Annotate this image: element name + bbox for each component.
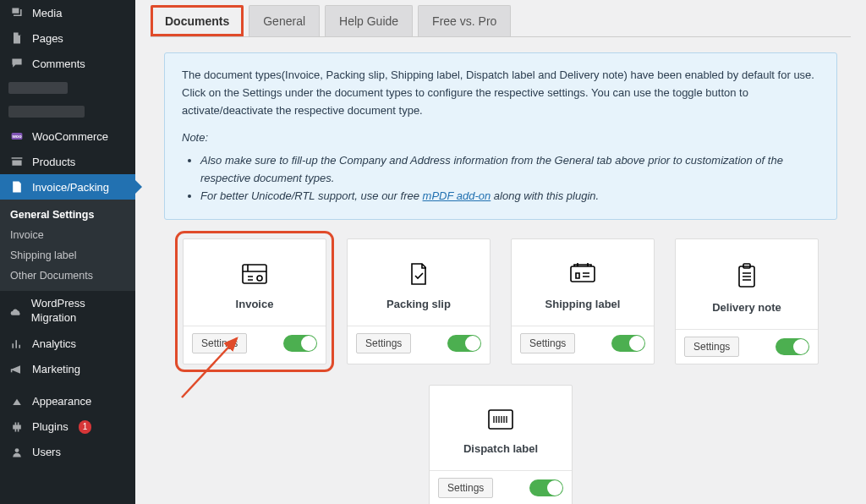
card-title: Delivery note <box>682 301 811 314</box>
sidebar-submenu: General Settings Invoice Shipping label … <box>0 200 135 291</box>
main-content: Documents General Help Guide Free vs. Pr… <box>135 0 866 504</box>
svg-text:woo: woo <box>11 134 22 139</box>
document-cards: Invoice Settings Packing slip Settings <box>151 238 851 504</box>
media-icon <box>8 6 25 19</box>
card-title: Shipping label <box>518 298 647 310</box>
submenu-other-documents[interactable]: Other Documents <box>0 266 135 286</box>
tabs: Documents General Help Guide Free vs. Pr… <box>151 5 851 37</box>
delivery-settings-button[interactable]: Settings <box>684 337 739 357</box>
submenu-invoice[interactable]: Invoice <box>0 225 135 245</box>
sidebar-item-analytics[interactable]: Analytics <box>0 331 135 357</box>
plugins-icon <box>8 420 25 434</box>
sidebar-item-media[interactable]: Media <box>0 0 135 25</box>
packing-slip-icon <box>354 261 483 289</box>
users-icon <box>8 446 25 459</box>
svg-rect-8 <box>489 410 512 429</box>
menu-label: WooCommerce <box>32 130 108 143</box>
card-dispatch-label: Dispatch label Settings <box>429 385 573 504</box>
menu-label: Users <box>32 446 61 458</box>
svg-rect-5 <box>571 266 595 282</box>
note-label: Note: <box>182 131 208 144</box>
menu-label: Analytics <box>32 337 76 350</box>
current-arrow <box>135 180 142 194</box>
menu-label: Media <box>32 7 62 19</box>
card-title: Invoice <box>190 298 319 310</box>
card-shipping-label: Shipping label Settings <box>511 238 655 364</box>
notice-bullet-2a: For better Unicode/RTL support, use our … <box>200 189 423 202</box>
appearance-icon <box>8 395 25 408</box>
packing-toggle[interactable] <box>447 335 481 352</box>
sidebar-item-redacted-2[interactable] <box>0 100 135 123</box>
svg-point-4 <box>257 276 262 281</box>
marketing-icon <box>8 363 25 376</box>
redacted-label <box>8 82 68 94</box>
shipping-toggle[interactable] <box>611 335 645 352</box>
sidebar-item-comments[interactable]: Comments <box>0 51 135 76</box>
sidebar-item-redacted-1[interactable] <box>0 76 135 100</box>
card-packing-slip: Packing slip Settings <box>347 238 491 364</box>
submenu-general-settings[interactable]: General Settings <box>0 205 135 225</box>
dispatch-settings-button[interactable]: Settings <box>438 478 493 498</box>
woocommerce-icon: woo <box>8 129 25 143</box>
submenu-shipping-label[interactable]: Shipping label <box>0 245 135 266</box>
card-invoice: Invoice Settings <box>183 238 326 364</box>
dispatch-toggle[interactable] <box>529 479 563 496</box>
admin-sidebar: Media Pages Comments woo WooCommerce Pro… <box>0 0 135 504</box>
sidebar-item-pages[interactable]: Pages <box>0 25 135 51</box>
delivery-toggle[interactable] <box>776 338 809 355</box>
invoice-doc-icon <box>190 261 319 289</box>
tab-help-guide[interactable]: Help Guide <box>325 5 413 36</box>
invoice-toggle[interactable] <box>283 335 317 352</box>
tab-documents[interactable]: Documents <box>151 5 244 36</box>
menu-label: Appearance <box>32 395 91 408</box>
invoice-settings-button[interactable]: Settings <box>192 333 247 353</box>
tab-general[interactable]: General <box>249 5 320 36</box>
menu-label: Invoice/Packing <box>32 181 109 194</box>
pages-icon <box>8 31 25 45</box>
sidebar-item-users[interactable]: Users <box>0 440 135 465</box>
menu-label: Comments <box>32 58 85 70</box>
sidebar-item-plugins[interactable]: Plugins 1 <box>0 414 135 440</box>
shipping-label-icon <box>518 261 647 289</box>
menu-label: WordPress Migration <box>31 297 127 326</box>
cloud-icon <box>8 304 25 318</box>
card-delivery-note: Delivery note Settings <box>675 238 819 364</box>
svg-rect-3 <box>243 265 266 283</box>
shipping-settings-button[interactable]: Settings <box>520 333 575 353</box>
sidebar-item-invoice-packing[interactable]: Invoice/Packing <box>0 174 135 200</box>
sidebar-item-wpmigration[interactable]: WordPress Migration <box>0 291 135 331</box>
menu-label: Plugins <box>32 420 69 433</box>
notice-bullet-1: Also make sure to fill-up the Company an… <box>200 154 783 184</box>
menu-label: Marketing <box>32 363 80 375</box>
comments-icon <box>8 57 25 70</box>
products-icon <box>8 155 25 168</box>
notice-paragraph: The document types(Invoice, Packing slip… <box>182 67 819 119</box>
menu-label: Pages <box>32 32 63 45</box>
dispatch-label-icon <box>436 408 565 434</box>
info-notice: The document types(Invoice, Packing slip… <box>164 52 837 220</box>
sidebar-item-products[interactable]: Products <box>0 149 135 174</box>
delivery-note-icon <box>682 261 811 293</box>
sidebar-item-appearance[interactable]: Appearance <box>0 389 135 414</box>
analytics-icon <box>8 337 25 351</box>
card-title: Dispatch label <box>436 442 565 455</box>
svg-point-2 <box>15 448 19 452</box>
packing-settings-button[interactable]: Settings <box>356 333 411 353</box>
sidebar-item-marketing[interactable]: Marketing <box>0 357 135 382</box>
sidebar-item-woocommerce[interactable]: woo WooCommerce <box>0 123 135 149</box>
plugin-update-badge: 1 <box>79 420 92 434</box>
redacted-label <box>8 106 85 118</box>
menu-label: Products <box>32 156 75 168</box>
card-title: Packing slip <box>354 298 483 310</box>
tab-free-vs-pro[interactable]: Free vs. Pro <box>418 5 511 36</box>
mpdf-addon-link[interactable]: mPDF add-on <box>423 189 491 202</box>
invoice-icon <box>8 180 25 194</box>
notice-bullet-2b: along with this plugin. <box>491 189 599 202</box>
